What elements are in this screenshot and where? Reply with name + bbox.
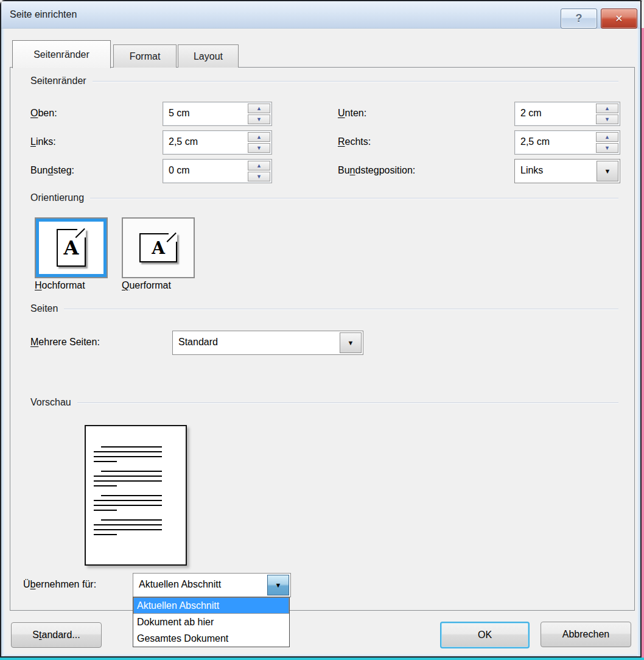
chevron-down-icon: ▼ <box>604 167 611 175</box>
preview-text-line <box>94 510 117 511</box>
preview-text-line <box>94 461 117 462</box>
label-oben: Oben: <box>30 102 57 125</box>
chevron-down-icon: ▼ <box>348 339 354 346</box>
window-accent-right <box>642 28 644 660</box>
title-bar[interactable]: Seite einrichten ? ✕ <box>1 1 640 29</box>
preview-text-line <box>94 480 162 482</box>
spinner-oben: ▲ ▼ <box>248 104 270 124</box>
spinner-rechts: ▲ ▼ <box>596 132 618 153</box>
spinfield-oben[interactable]: 5 cm ▲ ▼ <box>163 102 272 126</box>
cancel-button[interactable]: Abbrechen <box>541 622 631 647</box>
preview-text-line <box>101 495 162 496</box>
spin-up-button[interactable]: ▲ <box>248 104 270 113</box>
combobox-dropdown-button[interactable]: ▼ <box>267 575 289 595</box>
orientation-portrait-button[interactable]: A <box>35 217 108 278</box>
label-links: Links: <box>30 130 56 153</box>
dropdown-mehrere-seiten[interactable]: Standard ▼ <box>172 331 363 355</box>
cancel-button-label: Abbrechen <box>562 629 609 640</box>
combobox-uebernehmen-fuer[interactable]: Aktuellen Abschnitt ▼ <box>133 573 291 597</box>
spin-down-button[interactable]: ▼ <box>248 172 270 181</box>
tab-layout[interactable]: Layout <box>178 44 239 68</box>
spin-up-button[interactable]: ▲ <box>596 104 618 113</box>
portrait-page-icon: A <box>57 229 86 267</box>
page-fold <box>77 229 86 237</box>
group-pages-header: Seiten <box>30 303 618 314</box>
standard-button[interactable]: Standard... <box>11 622 102 648</box>
spin-down-icon: ▼ <box>604 116 610 122</box>
window-frame-left <box>1 28 4 656</box>
preview-page <box>85 425 187 566</box>
list-item-aktuellen-abschnitt[interactable]: Aktuellen Abschnitt <box>133 597 289 614</box>
label-hochformat: Hochformat <box>35 280 85 291</box>
dropdown-bundstegposition[interactable]: Links ▼ <box>514 159 620 183</box>
spin-up-button[interactable]: ▲ <box>248 161 270 170</box>
label-unten: Unten: <box>338 102 366 125</box>
list-item-gesamtes-dokument[interactable]: Gesamtes Dokument <box>133 630 289 647</box>
group-margins-caption: Seitenränder <box>30 75 86 86</box>
spinfield-rechts[interactable]: 2,5 cm ▲ ▼ <box>514 130 620 155</box>
spinfield-bundsteg[interactable]: 0 cm ▲ ▼ <box>163 159 272 183</box>
group-orientation-caption: Orientierung <box>30 192 84 203</box>
label-bundsteg: Bundsteg: <box>30 159 74 182</box>
preview-text-line <box>94 451 162 452</box>
preview-text-line <box>94 485 117 486</box>
spin-up-icon: ▲ <box>256 134 262 140</box>
tab-label: Layout <box>194 51 223 62</box>
spin-down-button[interactable]: ▼ <box>596 143 618 153</box>
group-divider <box>90 198 618 199</box>
ok-button[interactable]: OK <box>440 622 530 648</box>
label-bundstegposition: Bundstegposition: <box>338 159 415 182</box>
preview-text-line <box>94 529 162 530</box>
spin-up-icon: ▲ <box>604 134 610 140</box>
spin-down-icon: ▼ <box>256 116 262 122</box>
spin-down-button[interactable]: ▼ <box>248 114 270 124</box>
ok-button-label: OK <box>478 630 492 641</box>
spinfield-rechts-value: 2,5 cm <box>520 131 550 153</box>
tab-label: Format <box>130 51 161 62</box>
preview-text-line <box>101 519 162 521</box>
help-button[interactable]: ? <box>561 9 597 29</box>
orientation-landscape-button[interactable]: A <box>122 217 195 278</box>
spin-down-icon: ▼ <box>256 174 262 180</box>
label-rechts: Rechts: <box>338 130 371 153</box>
spin-down-icon: ▼ <box>604 145 610 151</box>
spin-up-button[interactable]: ▲ <box>248 132 270 142</box>
spin-up-icon: ▲ <box>604 105 610 111</box>
page-setup-dialog: Seite einrichten ? ✕ Seitenränder Format… <box>0 0 644 660</box>
list-item-dokument-ab-hier[interactable]: Dokument ab hier <box>133 614 289 630</box>
spin-up-icon: ▲ <box>256 105 262 111</box>
spin-down-button[interactable]: ▼ <box>596 114 618 124</box>
spinfield-links-value: 2,5 cm <box>169 131 198 153</box>
spinfield-links[interactable]: 2,5 cm ▲ ▼ <box>163 130 272 155</box>
standard-button-label: Standard... <box>32 630 80 641</box>
preview-text-line <box>94 456 162 457</box>
dropdown-button[interactable]: ▼ <box>340 332 362 353</box>
dropdown-bundstegposition-value: Links <box>520 160 543 181</box>
tab-format[interactable]: Format <box>113 44 177 68</box>
label-querformat: Querformat <box>122 280 171 291</box>
group-preview-header: Vorschau <box>30 397 618 408</box>
spinner-unten: ▲ ▼ <box>596 104 618 124</box>
dropdown-button[interactable]: ▼ <box>597 161 618 181</box>
group-divider <box>77 402 618 404</box>
group-preview-caption: Vorschau <box>30 397 71 408</box>
tab-label: Seitenränder <box>33 49 89 60</box>
spin-down-button[interactable]: ▼ <box>248 143 270 153</box>
preview-text-line <box>101 446 162 448</box>
group-divider <box>64 309 618 310</box>
window-title: Seite einrichten <box>10 1 77 28</box>
spin-down-icon: ▼ <box>256 145 262 151</box>
spinfield-oben-value: 5 cm <box>169 102 190 124</box>
label-uebernehmen-fuer: Übernehmen für: <box>23 573 96 596</box>
group-margins-header: Seitenränder <box>30 75 618 86</box>
tab-seitenraender[interactable]: Seitenränder <box>12 40 111 68</box>
spin-up-icon: ▲ <box>256 163 262 169</box>
combobox-open-list: Aktuellen Abschnitt Dokument ab hier Ges… <box>133 597 290 647</box>
page-fold <box>169 233 177 242</box>
spin-up-button[interactable]: ▲ <box>596 132 618 142</box>
preview-text-line <box>94 505 162 506</box>
group-orientation-header: Orientierung <box>30 192 618 203</box>
spinfield-unten[interactable]: 2 cm ▲ ▼ <box>514 102 620 126</box>
window-border-left <box>0 0 1 660</box>
close-button[interactable]: ✕ <box>601 9 637 29</box>
